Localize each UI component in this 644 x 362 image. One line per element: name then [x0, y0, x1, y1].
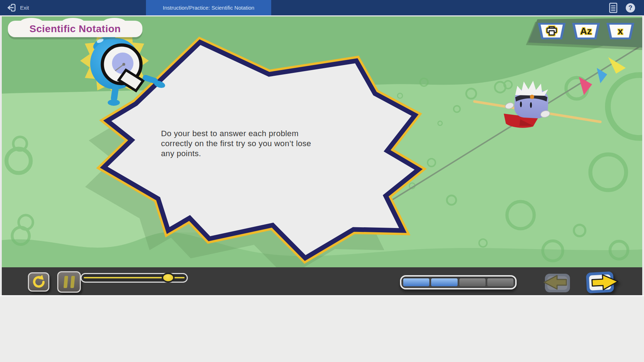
clock-hand-pivot [122, 63, 125, 66]
tab-instruction-practice[interactable]: Instruction/Practice: Scientific Notatio… [146, 0, 271, 15]
tightrope-walker-character [474, 81, 600, 128]
pause-button[interactable] [57, 271, 81, 293]
exit-icon [6, 3, 16, 13]
tab-label: Instruction/Practice: Scientific Notatio… [163, 5, 254, 11]
progress-segment [459, 278, 486, 286]
document-icon [609, 3, 618, 13]
help-icon: ? [625, 3, 636, 13]
help-glyph: ? [629, 4, 633, 11]
az-icon: Az [580, 26, 592, 36]
lesson-title-banner: Scientific Notation [8, 21, 142, 37]
walker-eye-right [530, 102, 532, 108]
close-icon: x [618, 26, 623, 36]
replay-button[interactable] [28, 272, 49, 292]
exit-button[interactable]: Exit [4, 0, 32, 15]
exit-label: Exit [20, 5, 29, 11]
lesson-title: Scientific Notation [29, 23, 121, 35]
progress-segment [403, 278, 429, 286]
replay-icon [31, 275, 46, 289]
progress-segment [487, 278, 513, 286]
glossary-button-face: Az [575, 25, 597, 38]
help-button[interactable]: ? [625, 3, 636, 15]
seek-slider[interactable] [80, 273, 188, 283]
app-window: Exit Instruction/Practice: Scientific No… [0, 0, 644, 362]
speech-bubble-message: Do your best to answer each problem corr… [161, 129, 361, 159]
pause-icon [70, 276, 75, 288]
player-control-bar [2, 267, 642, 295]
printer-icon [545, 25, 559, 37]
close-button[interactable]: x [606, 23, 634, 39]
progress-segment [431, 278, 457, 286]
top-nav-bar: Exit Instruction/Practice: Scientific No… [0, 0, 644, 15]
page-footer [0, 295, 644, 362]
print-button[interactable] [538, 23, 566, 39]
back-button-disabled[interactable] [541, 272, 574, 294]
pause-icon [63, 276, 68, 288]
next-button[interactable] [584, 270, 620, 294]
print-button-face [541, 25, 563, 38]
glossary-button[interactable]: Az [572, 23, 600, 39]
slider-knob[interactable] [162, 273, 175, 283]
pennant-flag-yellow [608, 57, 626, 74]
close-button-face: x [609, 25, 631, 38]
lesson-stage: Scientific Notation Do your best to answ… [2, 16, 642, 267]
walker-eye-left [520, 101, 522, 107]
transcript-button[interactable] [609, 3, 618, 15]
walker-headband-dot [530, 95, 534, 99]
walker-hair [515, 81, 548, 96]
lesson-progress-bar [400, 275, 517, 289]
